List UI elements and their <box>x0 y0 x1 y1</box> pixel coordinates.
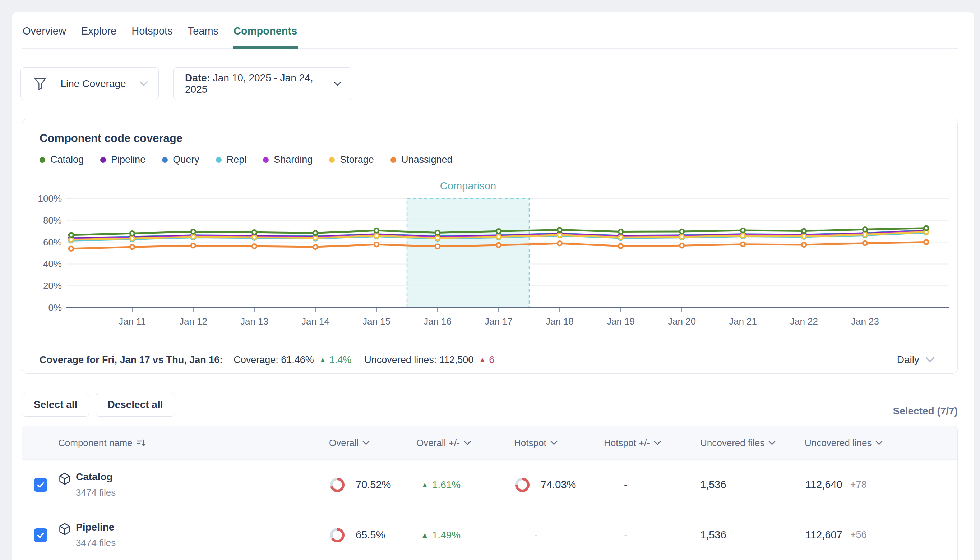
funnel-icon <box>33 76 47 91</box>
svg-text:Jan 19: Jan 19 <box>607 316 635 327</box>
svg-text:Jan 13: Jan 13 <box>240 316 268 327</box>
chart-legend: Catalog Pipeline Query Repl Sharding Sto… <box>40 154 452 165</box>
cube-icon <box>58 472 71 486</box>
legend-dot <box>100 157 106 163</box>
legend-item-catalog[interactable]: Catalog <box>40 154 84 165</box>
legend-dot <box>40 157 45 163</box>
cube-icon <box>58 522 71 536</box>
overall-delta: ▲1.61% <box>416 479 514 491</box>
svg-text:Comparison: Comparison <box>440 180 496 192</box>
check-icon <box>36 531 45 540</box>
tab-teams[interactable]: Teams <box>187 21 219 48</box>
arrow-up-icon: ▲ <box>421 480 429 489</box>
arrow-up-icon: ▲ <box>319 355 327 364</box>
coverage-value: Coverage: 61.46% <box>234 354 314 365</box>
legend-item-repl[interactable]: Repl <box>216 154 247 165</box>
check-icon <box>36 480 45 489</box>
legend-label: Repl <box>227 154 247 165</box>
component-files: 3474 files <box>76 487 116 498</box>
column-uncovered-lines[interactable]: Uncovered lines <box>805 437 957 448</box>
coverage-donut <box>329 477 345 493</box>
overall-delta: ▲1.49% <box>416 530 514 541</box>
uncovered-lines-value: Uncovered lines: 112,500 <box>364 354 473 365</box>
table-header: Component name Overall Overall +/- Hotsp… <box>22 426 957 459</box>
legend-label: Query <box>173 154 199 165</box>
svg-text:Jan 11: Jan 11 <box>118 316 146 327</box>
column-label: Component name <box>58 437 133 448</box>
chevron-down-icon <box>653 440 661 446</box>
granularity-dropdown[interactable]: Daily <box>897 354 935 365</box>
column-hotspot[interactable]: Hotspot <box>514 437 604 448</box>
content-panel: Overview Explore Hotspots Teams Componen… <box>12 12 974 560</box>
hotspot-value: - <box>514 530 604 541</box>
date-filter-dropdown[interactable]: Date: Jan 10, 2025 - Jan 24, 2025 <box>173 67 352 100</box>
row-checkbox[interactable] <box>34 528 47 542</box>
selected-count: Selected (7/7) <box>893 405 958 417</box>
legend-dot <box>390 157 396 163</box>
metric-filter-dropdown[interactable]: Line Coverage <box>20 67 159 100</box>
uncovered-lines-delta: ▲6 <box>478 354 494 365</box>
legend-item-unassigned[interactable]: Unassigned <box>390 154 453 165</box>
column-label: Uncovered lines <box>805 437 872 448</box>
legend-item-pipeline[interactable]: Pipeline <box>100 154 146 165</box>
row-checkbox[interactable] <box>34 478 47 492</box>
date-filter-prefix: Date: <box>185 72 210 83</box>
svg-text:Jan 17: Jan 17 <box>485 316 513 327</box>
chevron-down-icon <box>463 440 471 446</box>
legend-dot <box>216 157 222 163</box>
deselect-all-button[interactable]: Deselect all <box>96 393 174 417</box>
component-name[interactable]: Catalog <box>76 471 116 483</box>
coverage-chart-card: Component code coverage Catalog Pipeline… <box>22 118 958 374</box>
legend-dot <box>329 157 335 163</box>
filter-row: Line Coverage Date: Jan 10, 2025 - Jan 2… <box>20 67 352 100</box>
chevron-down-icon <box>925 357 935 363</box>
svg-text:Jan 23: Jan 23 <box>851 316 879 327</box>
legend-label: Pipeline <box>111 154 146 165</box>
chevron-down-icon <box>768 440 776 446</box>
tab-overview[interactable]: Overview <box>22 21 67 48</box>
legend-label: Storage <box>340 154 374 165</box>
coverage-line-chart[interactable]: 0%20%40%60%80%100%ComparisonJan 11Jan 12… <box>31 179 950 335</box>
column-uncovered-files[interactable]: Uncovered files <box>700 437 805 448</box>
svg-text:60%: 60% <box>43 237 62 248</box>
uncovered-lines-value: 112,640 <box>806 479 842 491</box>
overall-value: 70.52% <box>355 479 391 491</box>
svg-text:40%: 40% <box>43 258 62 269</box>
component-name[interactable]: Pipeline <box>76 522 116 533</box>
column-overall-delta[interactable]: Overall +/- <box>416 437 514 448</box>
components-table: Component name Overall Overall +/- Hotsp… <box>22 426 958 560</box>
overall-value: 65.5% <box>355 529 385 541</box>
svg-text:Jan 16: Jan 16 <box>424 316 452 327</box>
column-component-name[interactable]: Component name <box>58 437 329 448</box>
select-all-button[interactable]: Select all <box>22 393 89 417</box>
legend-dot <box>162 157 168 163</box>
hotspot-donut <box>514 477 531 493</box>
summary-label: Coverage for Fri, Jan 17 vs Thu, Jan 16: <box>40 354 223 365</box>
svg-text:0%: 0% <box>48 302 62 313</box>
tab-hotspots[interactable]: Hotspots <box>131 21 173 48</box>
legend-item-sharding[interactable]: Sharding <box>263 154 312 165</box>
column-hotspot-delta[interactable]: Hotspot +/- <box>604 437 700 448</box>
svg-text:Jan 21: Jan 21 <box>729 316 757 327</box>
comparison-summary: Coverage for Fri, Jan 17 vs Thu, Jan 16:… <box>40 354 494 365</box>
legend-item-query[interactable]: Query <box>162 154 199 165</box>
arrow-up-icon: ▲ <box>478 355 486 364</box>
sort-descending-icon <box>136 438 146 448</box>
date-filter-label: Date: Jan 10, 2025 - Jan 24, 2025 <box>185 72 333 95</box>
chevron-down-icon <box>333 80 342 87</box>
hotspot-value: 74.03% <box>541 479 576 491</box>
chevron-down-icon <box>550 440 558 446</box>
coverage-delta: ▲1.4% <box>319 354 351 365</box>
legend-item-storage[interactable]: Storage <box>329 154 374 165</box>
column-label: Hotspot <box>514 437 546 448</box>
hotspot-delta: - <box>604 530 700 541</box>
tab-components[interactable]: Components <box>233 21 298 48</box>
svg-text:Jan 18: Jan 18 <box>546 316 574 327</box>
tab-explore[interactable]: Explore <box>80 21 117 48</box>
svg-text:20%: 20% <box>43 280 62 291</box>
legend-dot <box>263 157 269 163</box>
table-row: Catalog 3474 files 70.52% ▲1.61% 74.03% … <box>22 459 957 510</box>
column-label: Overall <box>329 437 359 448</box>
column-label: Hotspot +/- <box>604 437 650 448</box>
column-overall[interactable]: Overall <box>329 437 416 448</box>
